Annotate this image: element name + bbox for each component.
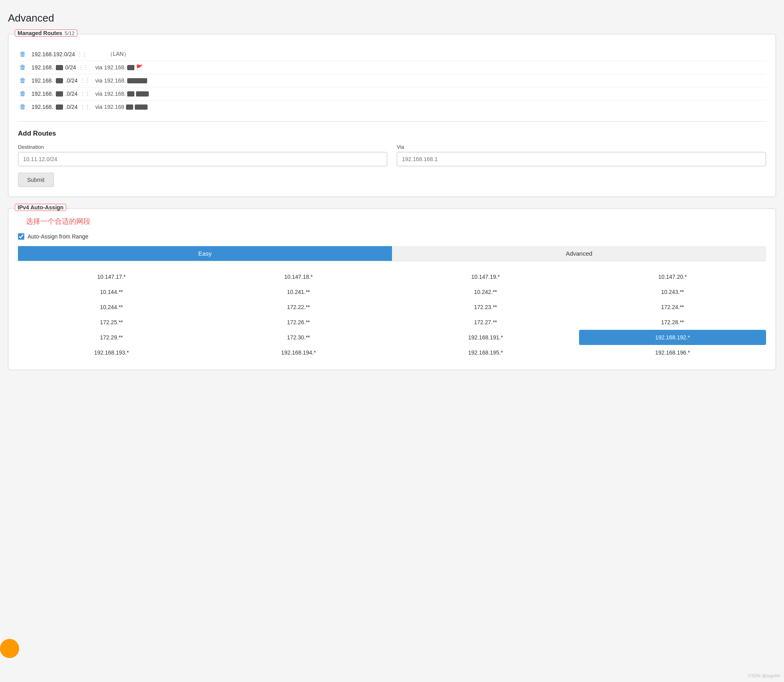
ip-range-cell[interactable]: 172.26.**	[205, 315, 392, 330]
flag-icon: 🚩	[136, 64, 143, 71]
ipv4-legend-label: IPv4 Auto-Assign	[18, 204, 63, 211]
redacted-text	[127, 91, 134, 97]
redacted-text	[126, 104, 133, 110]
route-destination: 192.168..0/24 ⋮⋮	[32, 91, 91, 97]
ip-range-cell[interactable]: 192.168.192.*	[579, 330, 766, 345]
drag-handle-icon[interactable]: ⋮⋮	[80, 91, 90, 97]
drag-handle-icon[interactable]: ⋮⋮	[79, 65, 88, 70]
redacted-text	[56, 91, 63, 97]
ip-range-cell[interactable]: 172.24.**	[579, 300, 766, 315]
redacted-text	[56, 65, 63, 70]
add-routes-form-row: Destination Via	[18, 144, 766, 166]
managed-routes-section: Managed Routes 5/12 🗑 192.168.192.0/24 ⋮…	[8, 34, 776, 197]
ip-range-cell[interactable]: 192.168.194.*	[205, 345, 392, 360]
route-destination: 192.168..0/24 ⋮⋮	[32, 104, 91, 110]
ip-range-cell[interactable]: 192.168.191.*	[392, 330, 579, 345]
destination-input[interactable]	[18, 152, 387, 166]
ip-range-cell[interactable]: 10.241.**	[205, 284, 392, 300]
auto-assign-checkbox-row: Auto-Assign from Range	[18, 233, 766, 240]
redacted-text	[136, 91, 149, 97]
auto-assign-checkbox[interactable]	[18, 233, 24, 240]
tab-advanced[interactable]: Advanced	[392, 246, 766, 261]
ip-range-cell[interactable]: 172.28.**	[579, 315, 766, 330]
route-destination: 192.168.0/24 ⋮⋮	[32, 64, 91, 71]
route-via: via 192.168	[95, 104, 148, 110]
ipv4-legend-row: IPv4 Auto-Assign 选择一个合适的网段	[18, 217, 766, 226]
ip-range-cell[interactable]: 10.244.**	[18, 300, 205, 315]
tab-easy[interactable]: Easy	[18, 246, 392, 261]
redacted-text	[127, 65, 134, 70]
route-destination: 192.168.192.0/24 ⋮⋮	[32, 51, 91, 57]
ip-range-cell[interactable]: 10.147.18.*	[205, 269, 392, 284]
routes-table: 🗑 192.168.192.0/24 ⋮⋮ （LAN） 🗑 192.168.0/…	[18, 48, 766, 113]
ip-range-cell[interactable]: 192.168.195.*	[392, 345, 579, 360]
table-row: 🗑 192.168..0/24 ⋮⋮ via 192.168	[18, 101, 766, 113]
via-label: Via	[397, 144, 766, 150]
ip-range-cell[interactable]: 10.147.19.*	[392, 269, 579, 284]
ip-range-cell[interactable]: 192.168.196.*	[579, 345, 766, 360]
delete-route-icon[interactable]: 🗑	[20, 77, 28, 84]
delete-route-icon[interactable]: 🗑	[20, 103, 28, 110]
drag-handle-icon[interactable]: ⋮⋮	[77, 51, 87, 57]
ip-range-cell[interactable]: 10.144.**	[18, 284, 205, 300]
managed-routes-legend: Managed Routes 5/12	[15, 30, 77, 37]
ip-range-cell[interactable]: 172.30.**	[205, 330, 392, 345]
delete-route-icon[interactable]: 🗑	[20, 64, 28, 71]
ip-range-cell[interactable]: 172.27.**	[392, 315, 579, 330]
ip-range-cell[interactable]: 172.29.**	[18, 330, 205, 345]
table-row: 🗑 192.168..0/24 ⋮⋮ via 192.168.	[18, 87, 766, 101]
ipv4-auto-assign-legend: IPv4 Auto-Assign	[15, 204, 66, 211]
table-row: 🗑 192.168..0/24 ⋮⋮ via 192.168.	[18, 74, 766, 87]
managed-routes-label: Managed Routes	[18, 30, 62, 36]
ip-range-grid: 10.147.17.*10.147.18.*10.147.19.*10.147.…	[18, 269, 766, 360]
drag-handle-icon[interactable]: ⋮⋮	[80, 78, 90, 83]
route-via-lan: （LAN）	[107, 51, 129, 58]
ip-range-cell[interactable]: 10.243.**	[579, 284, 766, 300]
annotation-text: 选择一个合适的网段	[26, 217, 91, 226]
add-routes-title: Add Routes	[18, 130, 766, 138]
destination-field: Destination	[18, 144, 387, 166]
table-row: 🗑 192.168.0/24 ⋮⋮ via 192.168. 🚩	[18, 61, 766, 74]
route-destination: 192.168..0/24 ⋮⋮	[32, 77, 91, 84]
ip-range-cell[interactable]: 172.23.**	[392, 300, 579, 315]
via-input[interactable]	[397, 152, 766, 166]
page-title: Advanced	[8, 12, 776, 24]
submit-button[interactable]: Submit	[18, 173, 54, 187]
route-via: via 192.168.	[95, 91, 149, 97]
auto-assign-label[interactable]: Auto-Assign from Range	[28, 233, 89, 240]
via-field: Via	[397, 144, 766, 166]
ip-range-cell[interactable]: 10.147.17.*	[18, 269, 205, 284]
managed-routes-count: 5/12	[65, 30, 75, 36]
section-divider	[18, 121, 766, 122]
redacted-text	[127, 78, 147, 83]
drag-handle-icon[interactable]: ⋮⋮	[80, 104, 90, 110]
redacted-text	[135, 104, 148, 110]
route-via: via 192.168.	[95, 77, 147, 84]
easy-advanced-tab-bar: Easy Advanced	[18, 246, 766, 261]
destination-label: Destination	[18, 144, 387, 150]
redacted-text	[56, 104, 63, 110]
ip-range-cell[interactable]: 10.147.20.*	[579, 269, 766, 284]
route-via: via 192.168. 🚩	[95, 64, 143, 71]
ip-range-cell[interactable]: 172.22.**	[205, 300, 392, 315]
redacted-text	[56, 78, 63, 83]
delete-route-icon[interactable]: 🗑	[20, 90, 28, 97]
ip-range-cell[interactable]: 192.168.193.*	[18, 345, 205, 360]
delete-route-icon[interactable]: 🗑	[20, 51, 28, 58]
ip-range-cell[interactable]: 10.242.**	[392, 284, 579, 300]
ipv4-auto-assign-section: IPv4 Auto-Assign 选择一个合适的网段 Auto-Assign f…	[8, 208, 776, 370]
ip-range-cell[interactable]: 172.25.**	[18, 315, 205, 330]
table-row: 🗑 192.168.192.0/24 ⋮⋮ （LAN）	[18, 48, 766, 61]
